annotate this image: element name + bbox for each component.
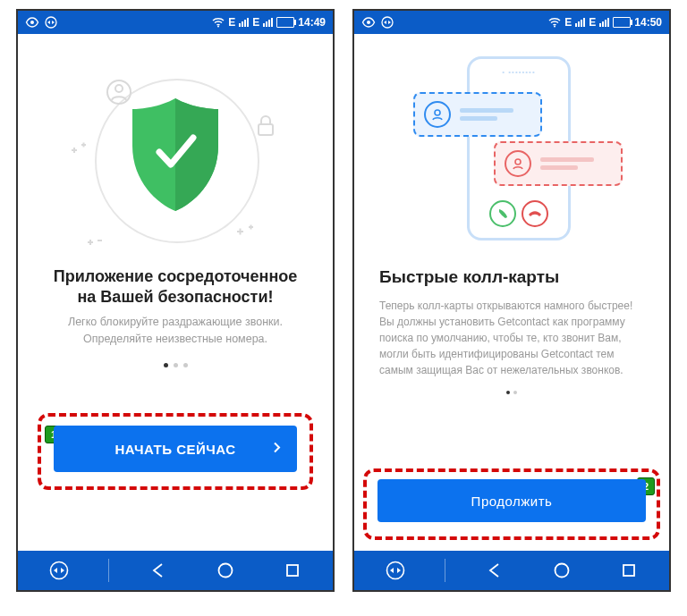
- teamviewer-icon: [381, 16, 394, 29]
- svg-point-4: [115, 85, 123, 92]
- sparkle-icon: [234, 224, 256, 240]
- back-button[interactable]: [477, 562, 513, 578]
- svg-point-11: [554, 26, 556, 28]
- button-label: НАЧАТЬ СЕЙЧАС: [114, 442, 235, 457]
- phone-screen-left: E E 14:49 Приложен: [16, 9, 335, 592]
- teamviewer-nav-icon[interactable]: [41, 561, 77, 580]
- eye-icon: [361, 17, 376, 28]
- svg-point-2: [217, 26, 219, 28]
- signal-icon-2: [263, 18, 273, 27]
- svg-rect-16: [623, 565, 634, 576]
- wifi-icon: [212, 17, 225, 28]
- user-icon: [424, 101, 451, 128]
- onboarding-title: Быстрые колл-карты: [354, 240, 669, 298]
- onboarding-subtitle: Легко блокируйте раздражающие звонки. Оп…: [18, 314, 333, 348]
- onboarding-content: Приложение сосредоточенное на Вашей безо…: [18, 34, 333, 551]
- signal-icon: [239, 18, 249, 27]
- net-label-2: E: [589, 16, 596, 29]
- svg-point-15: [555, 564, 568, 578]
- svg-point-7: [218, 564, 232, 578]
- illustration-shield: [18, 61, 333, 257]
- caller-card-red: [494, 141, 623, 186]
- svg-point-12: [435, 110, 440, 115]
- net-label-2: E: [252, 16, 259, 29]
- eye-icon: [25, 17, 39, 28]
- continue-button[interactable]: Продолжить: [377, 479, 646, 522]
- accept-call-icon: [489, 200, 516, 227]
- sparkle-icon: [68, 141, 89, 159]
- dot: [174, 363, 178, 367]
- navigation-bar: [354, 551, 669, 590]
- battery-icon: [613, 17, 631, 28]
- signal-icon-2: [599, 18, 609, 27]
- svg-rect-8: [287, 565, 298, 576]
- illustration-call-cards: • ••••••••: [354, 52, 669, 240]
- svg-point-13: [515, 159, 521, 165]
- user-icon: [505, 150, 531, 177]
- dot: [513, 391, 517, 394]
- svg-point-9: [367, 21, 370, 24]
- signal-icon: [575, 18, 585, 27]
- svg-point-1: [46, 17, 56, 28]
- battery-icon: [276, 17, 294, 28]
- shield-icon: [129, 97, 222, 213]
- home-button[interactable]: [208, 561, 243, 579]
- start-now-button[interactable]: НАЧАТЬ СЕЙЧАС: [54, 426, 297, 472]
- chevron-right-icon: [273, 442, 281, 457]
- net-label: E: [228, 16, 235, 29]
- pager-dots: [506, 391, 517, 394]
- dot: [506, 391, 510, 394]
- teamviewer-icon: [45, 16, 57, 29]
- lock-icon: [256, 114, 276, 138]
- home-button[interactable]: [544, 561, 580, 579]
- recent-apps-button[interactable]: [611, 563, 647, 578]
- svg-point-6: [50, 562, 67, 579]
- dot: [164, 363, 168, 367]
- button-label: Продолжить: [471, 494, 553, 509]
- status-bar: E E 14:49: [18, 11, 333, 34]
- teamviewer-nav-icon[interactable]: [377, 561, 413, 580]
- svg-point-10: [382, 17, 393, 28]
- pager-dots: [164, 363, 188, 367]
- net-label: E: [564, 16, 572, 29]
- clock: 14:50: [634, 16, 662, 29]
- svg-rect-5: [259, 124, 273, 135]
- wifi-icon: [548, 17, 561, 28]
- caller-card-blue: [413, 92, 542, 137]
- decline-call-icon: [522, 200, 548, 227]
- onboarding-title: Приложение сосредоточенное на Вашей безо…: [18, 257, 333, 314]
- onboarding-subtitle: Теперь колл-карты открываются намного бы…: [354, 298, 669, 378]
- clock: 14:49: [298, 16, 326, 29]
- status-bar: E E 14:50: [354, 11, 669, 34]
- svg-point-14: [386, 562, 403, 579]
- svg-point-0: [30, 21, 34, 24]
- sparkle-icon: [86, 236, 104, 249]
- onboarding-content: • ••••••••: [354, 34, 669, 551]
- dot: [183, 363, 188, 367]
- recent-apps-button[interactable]: [275, 563, 310, 578]
- phone-screen-right: E E 14:50 • ••••••••: [352, 9, 671, 592]
- back-button[interactable]: [140, 562, 176, 578]
- navigation-bar: [18, 551, 333, 590]
